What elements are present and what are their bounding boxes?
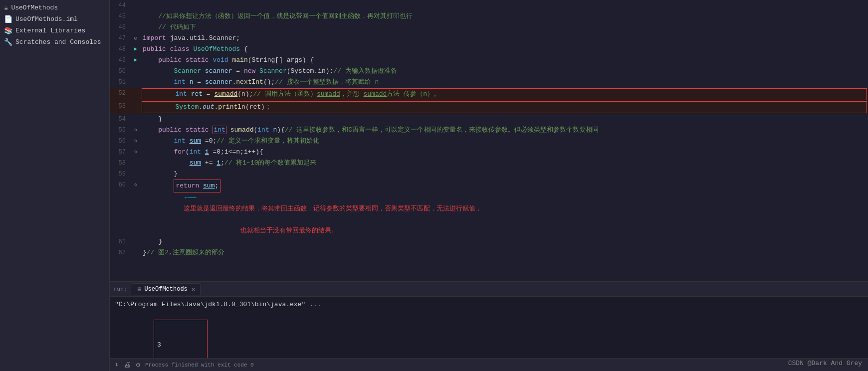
tab-useofmethods[interactable]: 🖥 UseOfMethods ✕ xyxy=(131,283,201,295)
library-icon: 📚 xyxy=(4,26,12,35)
table-row: 47 ⊖ import java.util.Scanner; xyxy=(110,33,868,44)
output-line-1: 3 xyxy=(157,340,204,350)
table-row: 53 System.out.println(ret)； xyxy=(110,101,868,114)
table-row: 49 ▶ public static void main(String[] ar… xyxy=(110,55,868,66)
exit-message: Process finished with exit code 0 xyxy=(145,362,254,368)
java-icon: ☕ xyxy=(4,3,8,12)
table-row: 59 } xyxy=(110,169,868,180)
table-row: 55 ◇ public static int sumadd(int n){// … xyxy=(110,125,868,136)
scroll-down-icon[interactable]: ⬇ xyxy=(115,361,119,369)
code-editor[interactable]: 44 45 //如果你想让方法（函数）返回一个值，就是说带回一个值回到主函数，再… xyxy=(110,0,868,281)
sidebar-item-label: UseOfMethods xyxy=(11,4,58,11)
table-row: 60 ◇ return sum; ←—— 这里就是返回最终的结果，将其带回主函数… xyxy=(110,180,868,225)
table-row: 54 } xyxy=(110,114,868,125)
bottom-bar: ⬇ 🖨 ⚙ Process finished with exit code 0 xyxy=(110,358,868,371)
terminal-area: "C:\Program Files\Java\jdk1.8.0_301\bin\… xyxy=(110,297,868,358)
watermark: CSDN @Dark And Grey xyxy=(788,360,862,367)
bottom-panel: run: 🖥 UseOfMethods ✕ "C:\Program Files\… xyxy=(110,281,868,371)
table-row: 45 //如果你想让方法（函数）返回一个值，就是说带回一个值回到主函数，再对其打… xyxy=(110,11,868,22)
table-row: 56 ◇ int sum =0;// 定义一个求和变量，将其初始化 xyxy=(110,136,868,147)
output-box: 3 6 xyxy=(154,320,208,358)
table-row: 57 ◇ for(int i =0;i<=n;i++){ xyxy=(110,147,868,158)
run-icon: ▶ xyxy=(134,44,137,55)
terminal-line: "C:\Program Files\Java\jdk1.8.0_301\bin\… xyxy=(115,300,863,310)
table-row: 44 xyxy=(110,0,868,11)
table-row: 51 int n = scanner.nextInt();// 接收一个整型数据… xyxy=(110,77,868,88)
table-row: 62 }// 图2,注意圈起来的部分 xyxy=(110,247,868,258)
sidebar-item-scratches[interactable]: 🔧 Scratches and Consoles xyxy=(0,36,109,48)
table-row: 50 Scanner scanner = new Scanner(System.… xyxy=(110,66,868,77)
settings-icon[interactable]: ⚙ xyxy=(136,361,140,369)
bottom-tabs: run: 🖥 UseOfMethods ✕ xyxy=(110,282,868,297)
iml-icon: 📄 xyxy=(4,15,12,23)
table-row: 52 int ret = sumadd(n);// 调用方法（函数）sumadd… xyxy=(110,88,868,101)
sidebar-item-useofmethods[interactable]: ☕ UseOfMethods xyxy=(0,2,109,13)
sidebar-item-label: UseOfMethods.iml xyxy=(15,15,78,23)
sidebar-item-label: Scratches and Consoles xyxy=(15,38,101,46)
close-tab-icon[interactable]: ✕ xyxy=(192,286,195,293)
callout-line: 也就相当于没有带回最终的结果。 xyxy=(110,225,868,236)
sidebar-item-external-libraries[interactable]: 📚 External Libraries xyxy=(0,25,109,36)
sidebar-item-iml[interactable]: 📄 UseOfMethods.iml xyxy=(0,13,109,25)
sidebar-item-label: External Libraries xyxy=(15,27,85,34)
sidebar: ☕ UseOfMethods 📄 UseOfMethods.iml 📚 Exte… xyxy=(0,0,110,371)
terminal-output: 3 6 xyxy=(115,310,863,358)
run-label: run: xyxy=(114,286,129,292)
table-row: 46 // 代码如下 xyxy=(110,22,868,33)
console-icon: 🔧 xyxy=(4,38,12,46)
print-icon[interactable]: 🖨 xyxy=(124,361,131,369)
tab-label: UseOfMethods xyxy=(144,286,187,293)
table-row: 48 ▶ public class UseOfMethods { xyxy=(110,44,868,55)
table-row: 61 } xyxy=(110,236,868,247)
table-row: 58 sum += i;// 将1~10的每个数值累加起来 xyxy=(110,158,868,169)
run-icon: ▶ xyxy=(134,55,137,66)
